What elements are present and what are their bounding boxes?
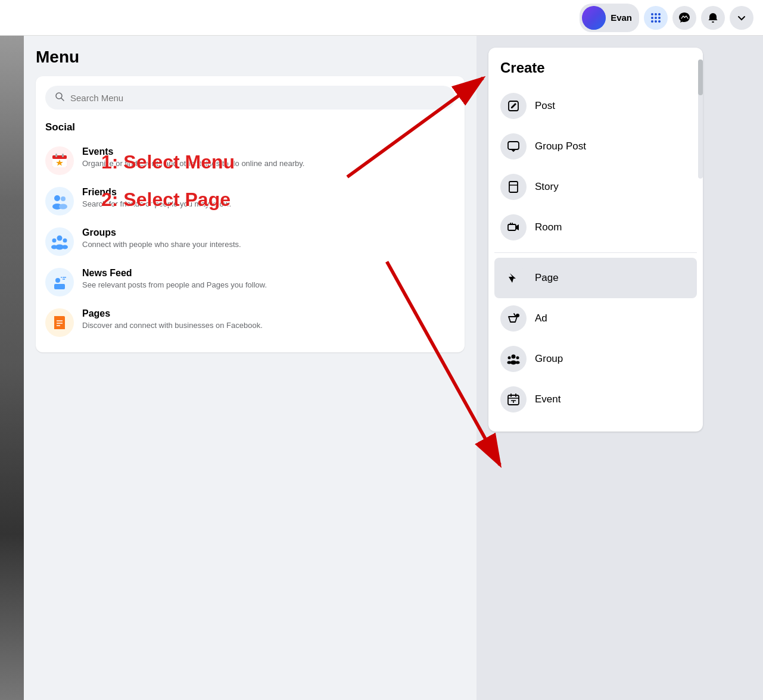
svg-point-4: [655, 17, 657, 19]
page-icon: [500, 265, 527, 291]
social-section-label: Social: [45, 121, 455, 133]
menu-item-groups[interactable]: Groups Connect with people who share you…: [45, 221, 455, 262]
svg-point-1: [655, 13, 657, 15]
create-item-page[interactable]: Page: [494, 258, 697, 298]
create-divider: [494, 252, 697, 253]
svg-point-44: [516, 314, 519, 317]
room-label: Room: [535, 221, 562, 233]
groups-icon: [45, 227, 74, 256]
svg-point-24: [63, 239, 67, 243]
story-icon: [500, 174, 527, 200]
pages-text: Pages Discover and connect with business…: [82, 308, 263, 331]
svg-point-49: [507, 361, 512, 364]
create-item-group-post[interactable]: Group Post: [494, 126, 697, 167]
svg-point-47: [516, 357, 519, 360]
right-section: Create Post Gro: [477, 36, 763, 700]
post-label: Post: [535, 100, 555, 112]
ad-label: Ad: [535, 312, 547, 324]
pages-icon: [45, 308, 74, 337]
svg-point-6: [651, 20, 653, 23]
svg-point-22: [57, 236, 63, 241]
svg-point-21: [59, 204, 67, 210]
svg-point-3: [651, 17, 653, 19]
group-icon: [500, 346, 527, 372]
pages-desc: Discover and connect with businesses on …: [82, 320, 263, 331]
dropdown-button[interactable]: [730, 6, 753, 30]
svg-rect-30: [61, 277, 62, 278]
svg-point-28: [55, 278, 60, 283]
friends-text: Friends Search for friends or people you…: [82, 187, 231, 210]
navbar-right: Evan: [580, 4, 753, 32]
create-item-room[interactable]: Room: [494, 207, 697, 248]
groups-title: Groups: [82, 227, 241, 238]
menu-item-events[interactable]: Events Organize or find events and other…: [45, 140, 455, 181]
svg-point-7: [655, 20, 657, 23]
create-item-ad[interactable]: Ad: [494, 298, 697, 339]
notifications-button[interactable]: [701, 6, 725, 30]
search-bar[interactable]: [45, 86, 455, 110]
newsfeed-text: News Feed See relevant posts from people…: [82, 268, 267, 290]
create-title: Create: [494, 60, 697, 76]
page-label: Page: [535, 272, 559, 284]
scrollbar-thumb[interactable]: [698, 60, 703, 95]
svg-rect-38: [508, 142, 519, 149]
groups-text: Groups Connect with people who share you…: [82, 227, 241, 250]
svg-point-9: [712, 21, 714, 23]
svg-rect-14: [52, 155, 67, 159]
create-panel: Create Post Gro: [488, 48, 703, 432]
svg-point-46: [508, 357, 511, 360]
svg-rect-16: [62, 154, 64, 157]
create-item-group[interactable]: Group: [494, 339, 697, 379]
svg-point-45: [512, 355, 516, 359]
navbar: Evan: [0, 0, 763, 36]
group-label: Group: [535, 353, 563, 365]
grid-menu-button[interactable]: [644, 6, 668, 30]
scrollbar[interactable]: [698, 60, 703, 179]
svg-point-0: [651, 13, 653, 15]
groups-desc: Connect with people who share your inter…: [82, 239, 241, 250]
messenger-button[interactable]: [672, 6, 696, 30]
svg-rect-39: [509, 182, 518, 192]
pages-title: Pages: [82, 308, 263, 319]
svg-point-2: [658, 13, 661, 15]
svg-point-19: [61, 196, 66, 201]
group-post-label: Group Post: [535, 140, 586, 152]
main-content: Menu Social: [0, 36, 763, 700]
ad-icon: [500, 305, 527, 332]
svg-rect-41: [508, 224, 516, 230]
friends-title: Friends: [82, 187, 231, 198]
menu-title: Menu: [36, 48, 465, 67]
svg-point-26: [51, 245, 57, 249]
create-item-event[interactable]: Event: [494, 379, 697, 420]
create-item-story[interactable]: Story: [494, 167, 697, 207]
friends-icon: [45, 187, 74, 215]
svg-point-18: [54, 195, 60, 201]
avatar: [582, 6, 606, 30]
svg-point-23: [52, 239, 57, 243]
menu-card: Social Events Organize or f: [36, 76, 465, 352]
post-icon: [500, 93, 527, 119]
newsfeed-title: News Feed: [82, 268, 267, 279]
menu-item-pages[interactable]: Pages Discover and connect with business…: [45, 302, 455, 343]
user-profile-button[interactable]: Evan: [580, 4, 639, 32]
svg-point-5: [658, 17, 661, 19]
search-input[interactable]: [70, 93, 446, 103]
svg-rect-51: [508, 395, 519, 405]
events-title: Events: [82, 146, 304, 157]
create-item-post[interactable]: Post: [494, 86, 697, 126]
event-label: Event: [535, 393, 560, 405]
friends-desc: Search for friends or people you may kno…: [82, 199, 231, 210]
event-icon: [500, 386, 527, 412]
newsfeed-desc: See relevant posts from people and Pages…: [82, 280, 267, 290]
room-icon: [500, 214, 527, 240]
menu-item-friends[interactable]: Friends Search for friends or people you…: [45, 181, 455, 221]
newsfeed-icon: [45, 268, 74, 296]
story-label: Story: [535, 181, 559, 193]
svg-point-50: [516, 361, 520, 364]
svg-line-11: [61, 98, 64, 101]
menu-item-newsfeed[interactable]: News Feed See relevant posts from people…: [45, 262, 455, 302]
left-sidebar: [0, 36, 24, 700]
svg-rect-29: [54, 284, 65, 289]
search-icon: [55, 92, 64, 104]
svg-rect-15: [55, 154, 57, 157]
